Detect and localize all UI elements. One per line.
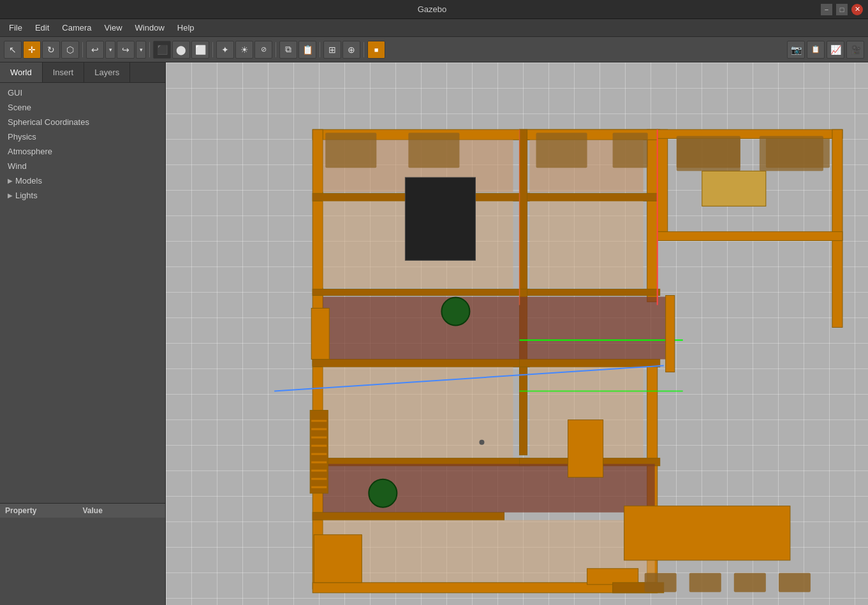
svg-rect-6 xyxy=(313,289,529,295)
viewport[interactable]: ⏸ Real Time Factor: 0.95 Sim Time: 00 00… xyxy=(166,62,868,605)
point-light-button[interactable]: ✦ xyxy=(216,41,234,59)
content-area: World Insert Layers GUI Scene Spherical … xyxy=(0,62,868,605)
tree-item-atmosphere-label: Atmosphere xyxy=(8,147,52,156)
svg-rect-39 xyxy=(311,437,327,439)
svg-rect-42 xyxy=(311,462,327,463)
dir-light-button[interactable]: ☀ xyxy=(235,41,253,59)
maximize-button[interactable]: □ xyxy=(836,4,848,15)
svg-rect-21 xyxy=(530,201,644,288)
sep3 xyxy=(212,42,213,57)
app-title: Gazebo xyxy=(43,4,821,14)
sphere-tool-button[interactable]: ⬤ xyxy=(172,41,190,59)
svg-rect-17 xyxy=(313,513,504,520)
log-button[interactable]: 📋 xyxy=(807,41,825,59)
green-sphere-1[interactable] xyxy=(441,297,469,325)
svg-rect-59 xyxy=(677,136,740,171)
svg-rect-58 xyxy=(658,231,842,240)
tree-item-wind[interactable]: Wind xyxy=(0,159,165,173)
move-tool-button[interactable]: ✛ xyxy=(23,41,41,59)
svg-rect-57 xyxy=(832,129,842,327)
select-tool-button[interactable]: ↖ xyxy=(4,41,22,59)
green-sphere-2[interactable] xyxy=(369,479,397,507)
scale-tool-button[interactable]: ⬡ xyxy=(61,41,79,59)
tree-item-physics-label: Physics xyxy=(8,132,36,142)
svg-rect-55 xyxy=(658,129,668,231)
redo-button[interactable]: ↪ xyxy=(117,41,135,59)
svg-rect-37 xyxy=(311,420,327,422)
tree-item-physics[interactable]: Physics xyxy=(0,129,165,144)
menu-view[interactable]: View xyxy=(98,20,129,35)
tree-item-scene-label: Scene xyxy=(8,103,31,112)
building-structure xyxy=(310,129,842,593)
titlebar: Gazebo − □ ✕ xyxy=(0,0,868,19)
copy-button[interactable]: ⧉ xyxy=(279,41,297,59)
record-button[interactable]: 🎥 xyxy=(846,41,864,59)
undo-dropdown-button[interactable]: ▾ xyxy=(105,41,115,59)
tree-item-gui[interactable]: GUI xyxy=(0,85,165,100)
svg-rect-43 xyxy=(311,470,327,472)
svg-rect-24 xyxy=(536,133,587,168)
main-layout: World Insert Layers GUI Scene Spherical … xyxy=(0,62,868,605)
svg-rect-53 xyxy=(734,573,766,592)
3d-scene xyxy=(166,62,868,605)
box-tool-button[interactable]: ⬛ xyxy=(153,41,171,59)
tree-item-lights[interactable]: ▶ Lights xyxy=(0,188,165,203)
sep1 xyxy=(82,42,83,57)
align-button[interactable]: ⊞ xyxy=(323,41,341,59)
undo-button[interactable]: ↩ xyxy=(86,41,104,59)
menu-help[interactable]: Help xyxy=(171,20,201,35)
tree-item-gui-label: GUI xyxy=(8,88,22,98)
svg-rect-47 xyxy=(624,506,790,560)
tree-item-lights-label: Lights xyxy=(15,191,38,200)
redo-dropdown-button[interactable]: ▾ xyxy=(136,41,146,59)
svg-rect-5 xyxy=(520,193,660,201)
svg-rect-22 xyxy=(325,133,376,168)
svg-rect-60 xyxy=(760,136,823,171)
menu-camera[interactable]: Camera xyxy=(55,20,98,35)
minimize-button[interactable]: − xyxy=(821,4,832,15)
tree-item-models[interactable]: ▶ Models xyxy=(0,173,165,188)
tree-item-wind-label: Wind xyxy=(8,161,27,171)
models-arrow-icon: ▶ xyxy=(8,177,13,184)
svg-rect-14 xyxy=(520,360,660,367)
svg-rect-23 xyxy=(408,133,459,168)
menu-edit[interactable]: Edit xyxy=(29,20,55,35)
svg-rect-8 xyxy=(520,129,527,314)
snap-button[interactable]: ⊕ xyxy=(342,41,360,59)
tree-item-atmosphere[interactable]: Atmosphere xyxy=(0,144,165,159)
tab-world[interactable]: World xyxy=(0,62,43,82)
tree-item-spherical-coords[interactable]: Spherical Coordinates xyxy=(0,115,165,129)
tree-item-scene[interactable]: Scene xyxy=(0,100,165,115)
spot-light-button[interactable]: ⊘ xyxy=(254,41,272,59)
cylinder-tool-button[interactable]: ⬜ xyxy=(191,41,209,59)
svg-rect-28 xyxy=(323,296,667,359)
menubar: File Edit Camera View Window Help xyxy=(0,19,868,37)
svg-rect-45 xyxy=(311,486,327,488)
chart-button[interactable]: 📈 xyxy=(827,41,844,59)
svg-rect-33 xyxy=(311,308,329,359)
screenshot-button[interactable]: 📷 xyxy=(787,41,805,59)
svg-rect-13 xyxy=(313,360,529,367)
property-col-header: Property xyxy=(5,506,83,515)
svg-rect-51 xyxy=(645,573,677,592)
rotate-tool-button[interactable]: ↻ xyxy=(42,41,60,59)
svg-rect-63 xyxy=(666,295,675,372)
svg-rect-44 xyxy=(311,478,327,480)
svg-rect-38 xyxy=(311,428,327,430)
svg-rect-29 xyxy=(323,367,513,458)
sep4 xyxy=(276,42,276,57)
menu-file[interactable]: File xyxy=(3,20,29,35)
svg-rect-34 xyxy=(702,171,766,206)
svg-rect-2 xyxy=(647,129,658,302)
close-button[interactable]: ✕ xyxy=(851,4,863,15)
tab-layers[interactable]: Layers xyxy=(84,62,130,82)
property-header: Property Value xyxy=(0,504,165,518)
svg-rect-46 xyxy=(568,420,603,477)
orange-object-button[interactable]: ■ xyxy=(367,41,385,59)
window-controls: − □ ✕ xyxy=(821,4,863,15)
value-col-header: Value xyxy=(83,506,161,515)
sep2 xyxy=(149,42,150,57)
menu-window[interactable]: Window xyxy=(129,20,171,35)
paste-button[interactable]: 📋 xyxy=(298,41,316,59)
tab-insert[interactable]: Insert xyxy=(43,62,85,82)
